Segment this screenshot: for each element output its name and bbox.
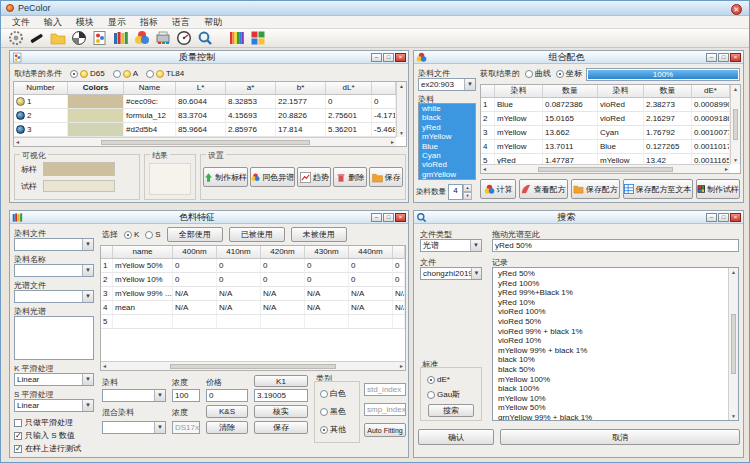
menu-item[interactable]: 文件	[5, 16, 37, 29]
dye-list-item[interactable]: Blue	[419, 142, 475, 151]
file-type-select[interactable]: 光谱▼	[420, 239, 482, 252]
bottom-dye-select[interactable]: ▼	[102, 389, 166, 402]
folder-icon[interactable]	[50, 30, 66, 46]
record-item[interactable]: yRed 99%+Black 1%	[493, 288, 728, 298]
calculate-button[interactable]: 计算	[480, 179, 516, 199]
ks-button[interactable]: K&S	[206, 405, 248, 418]
horizontal-scrollbar[interactable]: ◄►	[14, 137, 396, 146]
radio-illuminant-tl84[interactable]: TL84	[146, 69, 184, 78]
gauge-icon[interactable]	[176, 30, 192, 46]
maximize-button[interactable]: □	[383, 53, 394, 62]
checkbox-s-only[interactable]: 只输入 S 数值	[14, 430, 75, 441]
used-button[interactable]: 已被使用	[229, 227, 285, 242]
radio-coordinate[interactable]: 坐标	[556, 68, 582, 79]
qc-titlebar[interactable]: 质量控制 –□×	[10, 51, 408, 64]
dye-list-item[interactable]: Cyan	[419, 151, 475, 160]
menu-item[interactable]: 指标	[133, 16, 165, 29]
dye-spectrum-list[interactable]	[14, 316, 94, 360]
books-icon[interactable]	[113, 30, 129, 46]
mixed-dye-select[interactable]: ▼	[102, 421, 166, 434]
record-item[interactable]: black 50%	[493, 365, 728, 375]
table-row[interactable]: 3mYellow13.662Cyan1.767920.00100772	[481, 126, 730, 140]
maximize-button[interactable]: □	[718, 213, 729, 222]
verify-button[interactable]: 核实	[254, 405, 308, 418]
spectrum-file-select[interactable]: ▼	[14, 290, 94, 303]
record-item[interactable]: vioRed 99% + black 1%	[493, 327, 728, 337]
table-row[interactable]: 4mYellow13.7011Blue0.1272650.00110172	[481, 140, 730, 154]
mosaic-icon[interactable]	[250, 30, 266, 46]
dye-list-item[interactable]: white	[419, 104, 475, 113]
dye-list-item[interactable]: gmYellow	[419, 170, 475, 179]
menu-item[interactable]: 输入	[37, 16, 69, 29]
s-smooth-select[interactable]: Linear▼	[14, 399, 94, 412]
record-item[interactable]: mYellow 10%	[493, 394, 728, 404]
gear-icon[interactable]	[8, 30, 24, 46]
concentration-field[interactable]: 100	[172, 389, 200, 402]
aperture-icon[interactable]	[71, 30, 87, 46]
price-field[interactable]: 0	[206, 389, 248, 402]
dye-file-select[interactable]: ▼	[14, 238, 94, 251]
save-button[interactable]: 保存	[369, 167, 403, 187]
radio-other[interactable]: 其他	[320, 424, 346, 435]
dye-name-select[interactable]: ▼	[14, 264, 94, 277]
close-button[interactable]: ×	[395, 213, 406, 222]
colorant-table-header[interactable]: name400nm410nm420nm430nm440nm	[101, 246, 405, 259]
make-standard-button[interactable]: 制作标样	[203, 167, 248, 187]
dye-list[interactable]: whiteblackyRedmYellowBlueCyanvioRedgmYel…	[418, 103, 476, 180]
vertical-scrollbar[interactable]: ▲▼	[396, 82, 406, 137]
minimize-button[interactable]: –	[371, 53, 382, 62]
colorant-titlebar[interactable]: 色料特征 –□×	[10, 211, 408, 224]
table-row[interactable]: 2 formula_12 83.3704 4.15693 20.8826 2.7…	[14, 109, 396, 123]
record-item[interactable]: vioRed 100%	[493, 307, 728, 317]
smp-index-field[interactable]: smp_index	[364, 403, 406, 416]
radio-illuminant-d65[interactable]: D65	[70, 69, 105, 78]
palette-page-icon[interactable]	[92, 30, 108, 46]
file-select[interactable]: chongzhi20190▼	[420, 267, 482, 280]
std-index-field[interactable]: std_index	[364, 383, 406, 396]
save-formula-text-button[interactable]: 保存配方至文本	[623, 179, 693, 199]
table-row[interactable]: 3 #d2d5b4 85.9664 2.85976 17.814 5.36201…	[14, 123, 396, 137]
app-titlebar[interactable]: PeColor	[1, 1, 749, 16]
record-item[interactable]: grnYellow 99% + black 1%	[493, 413, 728, 420]
table-row[interactable]: 1Blue0.0872386vioRed2.382730.000899016	[481, 98, 730, 112]
k-smooth-select[interactable]: Linear▼	[14, 373, 94, 386]
menu-item[interactable]: 模块	[69, 16, 101, 29]
clear-button[interactable]: 清除	[206, 421, 248, 434]
maximize-button[interactable]: □	[383, 213, 394, 222]
radio-white[interactable]: 白色	[320, 388, 346, 399]
trend-button[interactable]: 趋势	[297, 167, 331, 187]
table-row[interactable]: 4meanN/AN/AN/AN/AN/AN/A	[101, 301, 405, 315]
search-icon[interactable]	[197, 30, 213, 46]
dye-list-item[interactable]: vioRed	[419, 160, 475, 169]
use-all-button[interactable]: 全部使用	[167, 227, 223, 242]
minimize-button[interactable]: –	[371, 213, 382, 222]
minimize-button[interactable]: –	[706, 53, 717, 62]
dye-list-item[interactable]: mYellow	[419, 132, 475, 141]
dye-list-item[interactable]: black	[419, 113, 475, 122]
make-sample-button[interactable]: 制作试样	[696, 179, 741, 199]
radio-illuminant-a[interactable]: A	[113, 69, 138, 78]
table-row[interactable]: 5	[101, 315, 405, 329]
save-button[interactable]: 保存	[254, 421, 308, 434]
radio-curve[interactable]: 曲线	[525, 68, 551, 79]
table-row[interactable]: 1 #cec09c: 80.6044 8.32853 22.1577 0 0	[14, 95, 396, 109]
record-item[interactable]: mYellow 100%	[493, 375, 728, 385]
record-item[interactable]: black 100%	[493, 384, 728, 394]
menu-item[interactable]: 帮助	[197, 16, 229, 29]
record-item[interactable]: mYellow 50%	[493, 403, 728, 413]
checkbox-test-on-sample[interactable]: 在样上进行测试	[14, 443, 81, 454]
radio-black[interactable]: 黑色	[320, 406, 346, 417]
spectrum-icon[interactable]	[229, 30, 245, 46]
record-item[interactable]: mYellow 99% + black 1%	[493, 346, 728, 356]
dye-file-select[interactable]: ex20:903▼	[418, 78, 476, 91]
search-button[interactable]: 搜索	[428, 404, 474, 417]
close-button[interactable]: ×	[730, 213, 741, 222]
confirm-button[interactable]: 确认	[418, 429, 494, 445]
k1-field[interactable]: 3.19005	[254, 389, 308, 402]
menu-item[interactable]: 显示	[101, 16, 133, 29]
app-close-button[interactable]: ✕	[731, 4, 742, 15]
record-item[interactable]: yRed 50%	[493, 269, 728, 279]
horizontal-scrollbar[interactable]: ◄►	[101, 361, 405, 370]
dye-count-stepper[interactable]: 4▲▼	[448, 184, 472, 200]
radio-k[interactable]: K	[124, 230, 139, 239]
